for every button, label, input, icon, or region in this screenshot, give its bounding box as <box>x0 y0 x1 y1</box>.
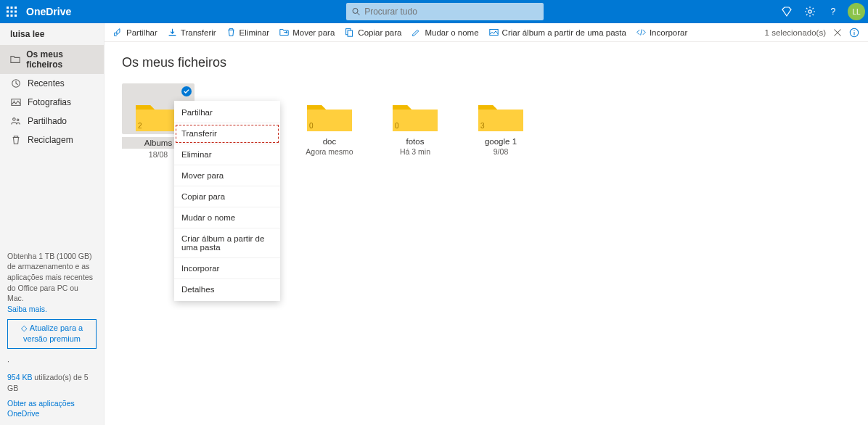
folder-card[interactable]: 0 fotos Há 3 min <box>379 83 451 159</box>
clear-selection-button[interactable] <box>833 28 842 37</box>
clock-icon <box>10 78 22 88</box>
folder-count: 0 <box>395 122 399 130</box>
rename-icon <box>412 28 421 37</box>
folder-card[interactable]: 0 doc Agora mesmo <box>293 83 366 159</box>
content-area: Os meus ficheiros 2 Albums 18/08 <box>105 42 868 172</box>
folder-meta: Há 3 min <box>379 147 451 156</box>
sidebar-item-label: Reciclagem <box>28 135 73 145</box>
sidebar-item-recent[interactable]: Recentes <box>0 74 104 93</box>
sidebar-bottom: Obtenha 1 TB (1000 GB) de armazenamento … <box>0 245 104 425</box>
folder-meta: 9/08 <box>464 147 537 156</box>
context-menu: Partilhar Transferir Eliminar Mover para… <box>174 101 280 301</box>
cmd-move[interactable]: Mover para <box>279 28 335 37</box>
menu-item-copy[interactable]: Copiar para <box>174 186 280 207</box>
sidebar-item-label: Os meus ficheiros <box>26 49 94 70</box>
menu-item-share[interactable]: Partilhar <box>174 102 280 123</box>
diamond-icon: ◇ <box>21 323 27 332</box>
settings-icon[interactable] <box>798 0 822 23</box>
header-actions: ? LL <box>775 0 868 23</box>
folder-name: fotos <box>379 137 451 146</box>
header-bar: OneDrive ? LL <box>0 0 868 23</box>
share-icon <box>113 28 123 37</box>
menu-item-delete[interactable]: Eliminar <box>174 144 280 165</box>
svg-rect-19 <box>348 30 353 36</box>
search-box[interactable] <box>346 3 544 20</box>
page-title: Os meus ficheiros <box>122 55 851 70</box>
selection-count: 1 selecionado(s) <box>765 28 826 37</box>
album-icon <box>489 28 499 37</box>
folder-count: 2 <box>138 122 142 130</box>
svg-rect-0 <box>7 7 9 9</box>
menu-item-move[interactable]: Mover para <box>174 165 280 186</box>
storage-info: 954 KB utilizado(s) de 5 GB <box>7 372 97 393</box>
sidebar-item-label: Fotografias <box>28 97 71 107</box>
help-icon[interactable]: ? <box>822 0 845 23</box>
premium-upgrade-button[interactable]: ◇Atualize para a versão premium <box>7 319 97 349</box>
learn-more-link[interactable]: Saiba mais. <box>7 305 47 313</box>
cmd-create-album[interactable]: Criar álbum a partir de uma pasta <box>489 28 626 37</box>
folder-count: 0 <box>309 122 314 130</box>
sidebar-item-recycle[interactable]: Reciclagem <box>0 131 104 149</box>
svg-rect-1 <box>11 7 13 9</box>
sidebar-item-my-files[interactable]: Os meus ficheiros <box>0 45 104 74</box>
info-button[interactable] <box>849 28 859 38</box>
sidebar-item-label: Partilhado <box>28 116 67 126</box>
download-icon <box>168 28 177 37</box>
folder-with-menu: 2 Albums 18/08 Partilhar Transferir Elim… <box>122 83 195 159</box>
sidebar-item-label: Recentes <box>28 78 65 88</box>
cmd-copy[interactable]: Copiar para <box>345 28 401 37</box>
svg-rect-2 <box>15 7 17 9</box>
folder-count: 3 <box>480 122 485 130</box>
menu-item-details[interactable]: Detalhes <box>174 279 280 300</box>
folder-icon <box>10 54 20 65</box>
menu-item-download[interactable]: Transferir <box>174 123 280 144</box>
menu-item-embed[interactable]: Incorporar <box>174 258 280 279</box>
svg-point-22 <box>853 30 854 30</box>
menu-item-album[interactable]: Criar álbum a partir de uma pasta <box>174 228 280 258</box>
people-icon <box>10 116 22 126</box>
svg-rect-8 <box>15 15 17 17</box>
storage-used: 954 KB <box>7 373 32 381</box>
get-apps-link[interactable]: Obter as aplicações OneDrive <box>7 398 97 419</box>
svg-point-15 <box>14 100 15 102</box>
cmd-download[interactable]: Transferir <box>168 28 216 37</box>
svg-point-16 <box>13 118 16 121</box>
cmd-embed[interactable]: Incorporar <box>636 28 687 37</box>
sidebar-user-name: luisa lee <box>0 23 104 45</box>
copy-icon <box>345 28 354 37</box>
user-avatar[interactable]: LL <box>848 3 865 20</box>
delete-icon <box>226 28 236 37</box>
cmd-rename[interactable]: Mudar o nome <box>412 28 478 37</box>
command-bar: Partilhar Transferir Eliminar Mover para… <box>105 23 868 42</box>
move-icon <box>279 28 289 37</box>
sidebar-item-photos[interactable]: Fotografias <box>0 93 104 112</box>
sidebar-nav: Os meus ficheiros Recentes Fotografias P… <box>0 45 104 149</box>
search-input[interactable] <box>364 7 538 17</box>
search-icon <box>352 7 360 16</box>
svg-point-17 <box>17 119 19 121</box>
svg-line-10 <box>357 13 359 15</box>
svg-rect-5 <box>15 11 17 13</box>
photo-icon <box>10 97 22 107</box>
folder-meta: Agora mesmo <box>293 147 366 156</box>
folder-name: google 1 <box>464 137 537 146</box>
cmd-share[interactable]: Partilhar <box>113 28 157 37</box>
sidebar: luisa lee Os meus ficheiros Recentes Fot… <box>0 23 105 425</box>
svg-point-9 <box>353 8 358 13</box>
folder-name: doc <box>293 137 366 146</box>
folder-card[interactable]: 3 google 1 9/08 <box>464 83 537 159</box>
premium-icon[interactable] <box>775 0 798 23</box>
app-launcher-button[interactable] <box>0 0 23 23</box>
app-name: OneDrive <box>26 6 71 17</box>
embed-icon <box>636 28 646 37</box>
svg-rect-4 <box>11 11 13 13</box>
svg-rect-3 <box>7 11 9 13</box>
promo-text: Obtenha 1 TB (1000 GB) de armazenamento … <box>7 251 97 304</box>
svg-text:?: ? <box>831 7 836 17</box>
cmd-delete[interactable]: Eliminar <box>226 28 270 37</box>
svg-rect-6 <box>7 15 9 17</box>
svg-point-11 <box>808 10 811 13</box>
sidebar-item-shared[interactable]: Partilhado <box>0 112 104 131</box>
recycle-icon <box>10 135 22 145</box>
menu-item-rename[interactable]: Mudar o nome <box>174 207 280 228</box>
